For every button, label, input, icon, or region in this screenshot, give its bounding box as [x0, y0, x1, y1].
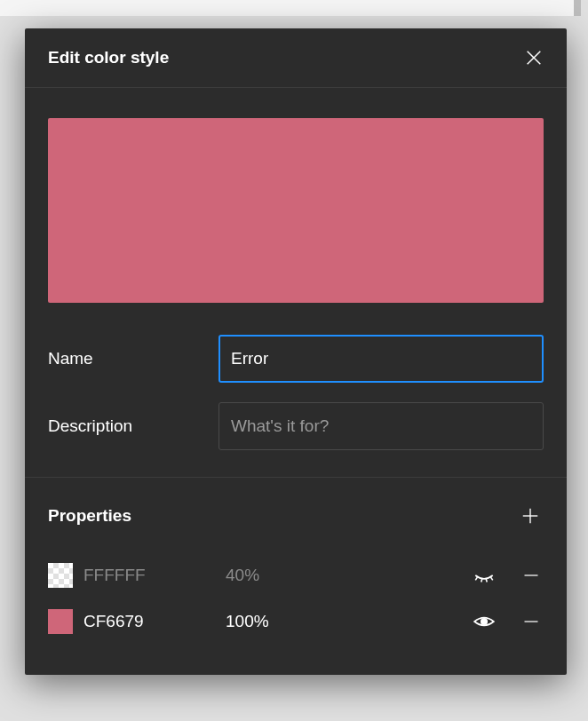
color-swatch[interactable]: [48, 563, 73, 588]
opacity-value[interactable]: 40%: [226, 566, 458, 585]
name-field-row: Name: [48, 335, 544, 383]
description-input[interactable]: [219, 402, 544, 450]
color-preview[interactable]: [48, 118, 544, 303]
properties-header: Properties: [48, 503, 544, 529]
minus-icon: [522, 613, 540, 630]
minus-icon: [522, 566, 540, 584]
opacity-value[interactable]: 100%: [226, 612, 458, 631]
eye-closed-icon: [473, 564, 496, 587]
plus-icon: [520, 506, 540, 526]
color-swatch[interactable]: [48, 609, 73, 634]
hex-value[interactable]: CF6679: [83, 612, 215, 631]
properties-title: Properties: [48, 506, 131, 526]
description-label: Description: [48, 416, 219, 436]
visibility-toggle-button[interactable]: [469, 606, 499, 637]
eye-open-icon: [473, 610, 496, 633]
svg-line-5: [481, 579, 482, 582]
svg-line-7: [491, 577, 493, 580]
modal-title: Edit color style: [48, 48, 169, 67]
edit-color-style-modal: Edit color style Name Description Proper…: [25, 28, 567, 675]
svg-line-6: [486, 579, 487, 582]
modal-header: Edit color style: [25, 28, 567, 88]
name-label: Name: [48, 349, 219, 368]
properties-section: Properties FFFFFF 40%: [25, 478, 567, 675]
hex-value[interactable]: FFFFFF: [83, 566, 215, 585]
close-icon: [524, 48, 544, 67]
svg-point-9: [481, 619, 488, 625]
svg-line-4: [475, 577, 477, 580]
modal-body: Name Description: [25, 88, 567, 478]
property-row: CF6679 100%: [48, 598, 544, 645]
remove-property-button[interactable]: [519, 563, 544, 588]
name-input[interactable]: [219, 335, 544, 383]
add-property-button[interactable]: [517, 503, 544, 529]
remove-property-button[interactable]: [519, 609, 544, 634]
property-row: FFFFFF 40%: [48, 552, 544, 598]
description-field-row: Description: [48, 402, 544, 450]
visibility-toggle-button[interactable]: [469, 560, 499, 590]
close-button[interactable]: [520, 44, 547, 71]
